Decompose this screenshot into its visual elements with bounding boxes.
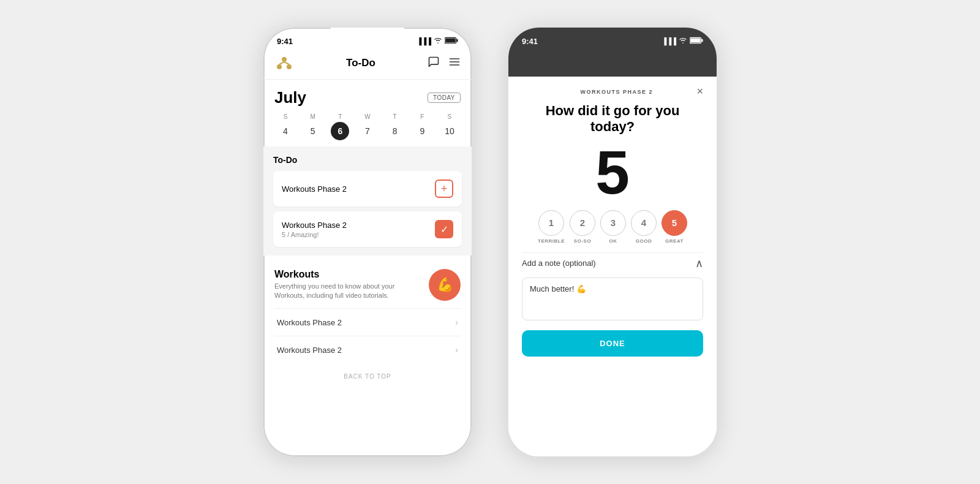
day-letter-2: T <box>338 113 342 120</box>
modal-subtitle: WORKOUTS PHASE 2 <box>537 89 696 95</box>
wifi-icon <box>434 37 442 45</box>
battery-icon <box>445 37 458 45</box>
status-icons-left: ▐▐▐ <box>417 37 458 45</box>
chevron-right-icon-1: › <box>455 345 458 355</box>
day-num-4: 8 <box>386 122 404 140</box>
note-textarea[interactable]: Much better! 💪 <box>522 278 703 320</box>
scene: 9:41 ▐▐▐ <box>0 0 980 484</box>
workouts-title: Workouts <box>274 269 397 280</box>
rating-circles: 1 TERRIBLE 2 SO-SO 3 OK 4 GOOD <box>522 210 703 244</box>
day-col-2[interactable]: T 6 <box>329 113 351 140</box>
workout-list-item-1[interactable]: Workouts Phase 2 › <box>274 336 461 363</box>
todo-label: To-Do <box>273 155 462 165</box>
rating-label-5: GREAT <box>665 238 684 244</box>
week-row: S 4 M 5 T 6 W 7 <box>274 113 461 140</box>
rating-3-wrap[interactable]: 3 OK <box>600 210 626 244</box>
day-letter-1: M <box>310 113 315 120</box>
day-letter-5: F <box>420 113 424 120</box>
day-col-0[interactable]: S 4 <box>274 113 296 140</box>
svg-point-5 <box>287 64 292 69</box>
rating-circle-4[interactable]: 4 <box>631 210 657 236</box>
app-header: To-Do <box>263 51 472 80</box>
day-letter-4: T <box>393 113 397 120</box>
time-right: 9:41 <box>522 37 538 46</box>
day-letter-6: S <box>448 113 452 120</box>
day-col-4[interactable]: T 8 <box>384 113 406 140</box>
modal-close-button[interactable]: × <box>696 85 703 98</box>
back-to-top[interactable]: BACK TO TOP <box>274 363 461 386</box>
rating-2-wrap[interactable]: 2 SO-SO <box>570 210 595 244</box>
rating-4-wrap[interactable]: 4 GOOD <box>631 210 657 244</box>
todo-check-button-1[interactable]: ✓ <box>435 220 453 238</box>
workouts-desc: Everything you need to know about your W… <box>274 282 397 301</box>
todo-item-0[interactable]: Workouts Phase 2 + <box>273 171 462 206</box>
day-col-3[interactable]: W 7 <box>356 113 379 140</box>
svg-rect-12 <box>701 39 703 42</box>
svg-rect-2 <box>445 38 456 42</box>
rating-label-3: OK <box>609 238 617 244</box>
svg-line-7 <box>284 62 289 64</box>
day-num-5: 9 <box>413 122 431 140</box>
todo-section: To-Do Workouts Phase 2 + Workouts Phase … <box>263 146 472 255</box>
svg-rect-13 <box>690 38 701 42</box>
signal-icon: ▐▐▐ <box>417 37 431 45</box>
workout-icon: 💪 <box>429 269 461 301</box>
day-num-0: 4 <box>276 122 295 140</box>
day-num-1: 5 <box>304 122 322 140</box>
battery-icon-right <box>690 37 703 45</box>
day-col-1[interactable]: M 5 <box>302 113 324 140</box>
month-name: July <box>274 88 306 107</box>
status-icons-right: ▐▐▐ <box>662 37 703 45</box>
workouts-section: Workouts Everything you need to know abo… <box>263 263 472 386</box>
svg-point-4 <box>277 64 282 69</box>
rating-label-4: GOOD <box>636 238 652 244</box>
day-col-5[interactable]: F 9 <box>411 113 433 140</box>
svg-line-6 <box>279 62 284 64</box>
big-number: 5 <box>522 142 703 203</box>
calendar-section: July TODAY S 4 M 5 T 6 <box>263 80 472 146</box>
note-collapse-button[interactable]: ∧ <box>695 257 703 270</box>
done-button[interactable]: DONE <box>522 330 703 357</box>
todo-item-title-1: Workouts Phase 2 <box>282 221 347 230</box>
todo-add-button-0[interactable]: + <box>435 180 453 198</box>
modal-title: How did it go for you today? <box>522 103 703 135</box>
todo-item-sub-1: 5 / Amazing! <box>282 231 347 238</box>
chat-icon[interactable] <box>428 56 440 70</box>
app-title: To-Do <box>346 57 375 69</box>
note-section: Add a note (optional) ∧ Much better! 💪 <box>522 252 703 323</box>
workout-list-item-0[interactable]: Workouts Phase 2 › <box>274 308 461 336</box>
todo-item-title-0: Workouts Phase 2 <box>282 184 347 194</box>
svg-point-3 <box>282 57 287 62</box>
day-letter-3: W <box>364 113 370 120</box>
day-num-2: 6 <box>331 122 349 140</box>
left-phone: 9:41 ▐▐▐ <box>263 28 472 456</box>
rating-label-2: SO-SO <box>574 238 591 244</box>
todo-item-1[interactable]: Workouts Phase 2 5 / Amazing! ✓ <box>273 211 462 247</box>
logo-icon[interactable] <box>274 53 294 73</box>
rating-circle-2[interactable]: 2 <box>570 210 595 236</box>
day-num-6: 10 <box>440 122 459 140</box>
rating-circle-5[interactable]: 5 <box>662 210 687 236</box>
rating-5-wrap[interactable]: 5 GREAT <box>662 210 687 244</box>
chevron-right-icon-0: › <box>455 317 458 327</box>
rating-circle-1[interactable]: 1 <box>538 210 564 236</box>
day-num-3: 7 <box>358 122 377 140</box>
svg-rect-1 <box>456 39 458 42</box>
note-header-label: Add a note (optional) <box>522 259 596 268</box>
right-phone: 9:41 ▐▐▐ <box>508 28 717 456</box>
rating-modal: WORKOUTS PHASE 2 × How did it go for you… <box>508 77 717 456</box>
notch-left <box>331 28 404 45</box>
notch-right <box>576 28 649 45</box>
day-col-6[interactable]: S 10 <box>439 113 461 140</box>
today-button[interactable]: TODAY <box>428 93 461 103</box>
header-icons <box>428 56 461 70</box>
workout-item-label-0: Workouts Phase 2 <box>277 318 342 327</box>
time-left: 9:41 <box>277 37 293 46</box>
wifi-icon-right <box>679 37 687 45</box>
signal-icon-right: ▐▐▐ <box>662 37 676 45</box>
rating-circle-3[interactable]: 3 <box>600 210 626 236</box>
menu-icon[interactable] <box>448 56 461 70</box>
rating-1-wrap[interactable]: 1 TERRIBLE <box>538 210 565 244</box>
rating-label-1: TERRIBLE <box>538 238 565 244</box>
day-letter-0: S <box>284 113 288 120</box>
